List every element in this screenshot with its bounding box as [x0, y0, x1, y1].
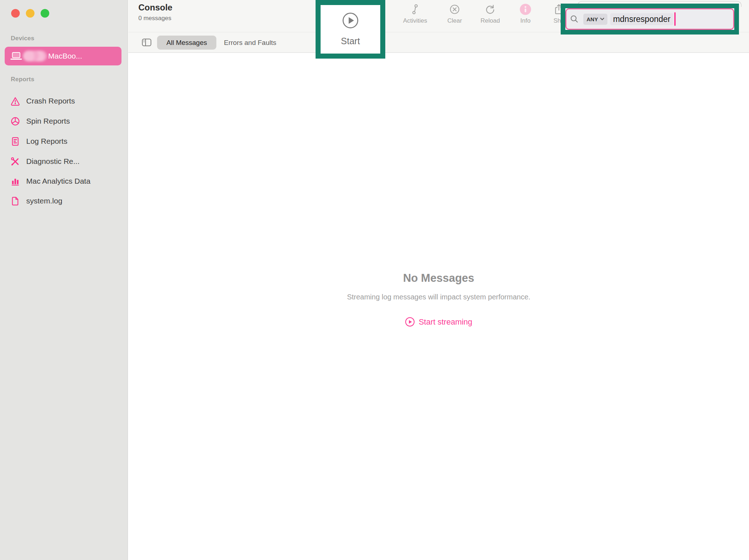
filter-bar: All Messages Errors and Faults — [128, 32, 749, 53]
tab-errors-and-faults[interactable]: Errors and Faults — [224, 36, 276, 50]
close-button[interactable] — [11, 9, 20, 18]
start-streaming-link[interactable]: Start streaming — [405, 317, 472, 327]
start-button[interactable]: Start — [321, 5, 380, 54]
empty-state-subtitle: Streaming log messages will impact syste… — [128, 293, 749, 301]
device-name-label: MacBoo... — [48, 52, 82, 60]
toolbar-button-label: Clear — [447, 17, 462, 24]
sidebar-toggle-button[interactable] — [141, 37, 152, 47]
sidebar-item-log-reports[interactable]: Log Reports — [5, 133, 123, 150]
search-query-text: mdnsresponder — [610, 13, 674, 25]
toolbar-button-label: Reload — [481, 17, 500, 24]
sidebar-item-label: system.log — [26, 197, 62, 205]
toolbar-button-label: Activities — [403, 17, 427, 24]
sidebar-item-diagnostic-reports[interactable]: Diagnostic Re... — [5, 153, 123, 170]
toolbar-button-label: Info — [520, 17, 530, 24]
search-annotation-box: ANY mdnsresponder — [561, 4, 739, 35]
text-cursor — [674, 12, 676, 26]
sidebar: Devices MacBoo... Reports Crash Reports — [0, 0, 128, 560]
sidebar-item-label: Log Reports — [26, 137, 67, 146]
redacted-device-name — [23, 51, 47, 61]
search-input[interactable]: ANY mdnsresponder — [565, 8, 734, 30]
message-count: 0 messages — [138, 15, 171, 22]
start-annotation-box: Start — [316, 0, 385, 59]
sidebar-item-label: Crash Reports — [26, 97, 75, 105]
sidebar-item-mac-analytics-data[interactable]: Mac Analytics Data — [5, 173, 123, 189]
document-lines-icon — [10, 136, 20, 146]
search-scope-dropdown[interactable]: ANY — [583, 14, 607, 25]
sidebar-item-crash-reports[interactable]: Crash Reports — [5, 93, 123, 109]
route-icon — [410, 2, 421, 17]
zoom-button[interactable] — [41, 9, 49, 18]
pinwheel-icon — [10, 116, 20, 126]
sidebar-item-system-log[interactable]: system.log — [5, 193, 123, 209]
minimize-button[interactable] — [26, 9, 35, 18]
warning-triangle-icon — [10, 96, 20, 106]
empty-state-title: No Messages — [128, 272, 749, 285]
sidebar-item-label: Diagnostic Re... — [26, 157, 79, 166]
reload-icon — [485, 2, 496, 17]
sidebar-item-label: Spin Reports — [26, 117, 70, 125]
console-window: Devices MacBoo... Reports Crash Reports — [0, 0, 749, 560]
file-icon — [10, 196, 20, 206]
devices-section-header: Devices — [11, 35, 35, 42]
main-area: Console 0 messages Activities — [128, 0, 749, 560]
tools-icon — [10, 156, 20, 166]
search-scope-label: ANY — [587, 16, 598, 22]
sidebar-item-device[interactable]: MacBoo... — [5, 47, 121, 65]
reports-section-header: Reports — [11, 76, 35, 83]
start-streaming-label: Start streaming — [419, 317, 472, 327]
sidebar-item-label: Mac Analytics Data — [26, 177, 91, 185]
tab-all-messages[interactable]: All Messages — [157, 36, 216, 50]
start-button-label: Start — [341, 36, 360, 46]
empty-state: No Messages Streaming log messages will … — [128, 272, 749, 328]
sidebar-item-spin-reports[interactable]: Spin Reports — [5, 113, 123, 129]
clear-circle-icon — [449, 2, 460, 17]
activities-button[interactable]: Activities — [394, 2, 436, 24]
play-circle-icon — [405, 317, 415, 327]
search-icon — [570, 15, 579, 23]
play-circle-icon — [342, 12, 359, 29]
chevron-down-icon — [600, 18, 604, 20]
bar-chart-icon — [10, 176, 20, 186]
window-title: Console — [138, 3, 173, 13]
message-list-area: No Messages Streaming log messages will … — [128, 53, 749, 560]
laptop-icon — [10, 51, 22, 61]
info-circle-icon — [519, 2, 532, 17]
